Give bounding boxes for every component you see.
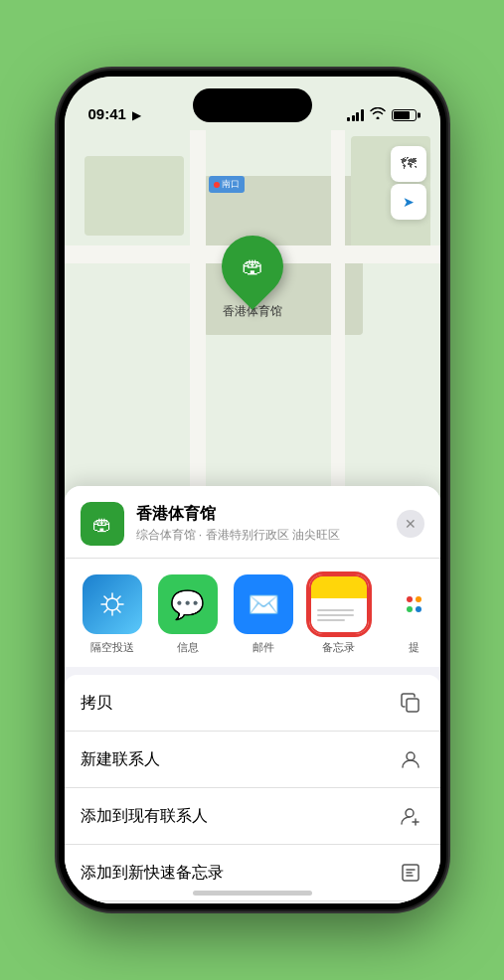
action-list: 拷贝 新建联系人 — [65, 675, 440, 903]
map-type-icon: 🗺 — [401, 155, 417, 173]
svg-point-2 — [407, 752, 415, 760]
map-controls: 🗺 ➤ — [391, 146, 426, 220]
new-contact-icon — [397, 745, 424, 773]
location-arrow-icon: ▶ — [132, 108, 141, 122]
signal-bar-2 — [352, 115, 355, 121]
wifi-icon — [370, 107, 386, 122]
action-add-existing-contact[interactable]: 添加到现有联系人 — [65, 788, 440, 845]
add-existing-label: 添加到现有联系人 — [81, 806, 208, 827]
action-copy[interactable]: 拷贝 — [65, 675, 440, 732]
phone-screen: 09:41 ▶ — [65, 77, 440, 903]
copy-icon — [397, 689, 424, 717]
close-icon: ✕ — [405, 516, 417, 532]
share-item-notes[interactable]: 备忘录 — [307, 574, 371, 655]
airdrop-icon — [83, 574, 142, 634]
more-icon — [385, 574, 440, 634]
location-button[interactable]: ➤ — [391, 184, 426, 220]
more-label: 提 — [409, 640, 420, 655]
location-venue-icon: 🏟 — [81, 502, 124, 546]
map-type-button[interactable]: 🗺 — [391, 146, 426, 182]
battery-icon — [392, 109, 417, 121]
action-new-contact[interactable]: 新建联系人 — [65, 732, 440, 788]
svg-point-3 — [406, 809, 414, 817]
signal-bar-4 — [361, 109, 364, 121]
share-item-messages[interactable]: 💬 信息 — [156, 574, 220, 655]
pin-circle: 🏟 — [209, 223, 296, 310]
venue-emoji: 🏟 — [92, 513, 112, 536]
share-item-more[interactable]: 提 — [383, 574, 440, 655]
pin-icon: 🏟 — [242, 253, 263, 279]
location-info: 香港体育馆 综合体育馆 · 香港特别行政区 油尖旺区 — [136, 504, 397, 544]
signal-bar-3 — [356, 112, 359, 121]
svg-rect-1 — [407, 699, 419, 712]
phone-frame: 09:41 ▶ — [59, 71, 446, 909]
battery-fill — [394, 111, 411, 119]
share-item-airdrop[interactable]: 隔空投送 — [81, 574, 144, 655]
close-button[interactable]: ✕ — [397, 510, 424, 538]
bottom-sheet: 🏟 香港体育馆 综合体育馆 · 香港特别行政区 油尖旺区 ✕ — [65, 486, 440, 903]
action-print[interactable]: 打印 — [65, 901, 440, 903]
share-item-mail[interactable]: ✉️ 邮件 — [232, 574, 295, 655]
signal-bar-1 — [347, 117, 350, 121]
map-label: 南口 — [209, 176, 245, 193]
share-row: 隔空投送 💬 信息 ✉️ 邮件 — [65, 559, 440, 667]
add-note-label: 添加到新快速备忘录 — [81, 863, 224, 884]
mail-label: 邮件 — [252, 640, 274, 655]
location-header: 🏟 香港体育馆 综合体育馆 · 香港特别行政区 油尖旺区 ✕ — [65, 486, 440, 559]
airdrop-label: 隔空投送 — [90, 640, 134, 655]
signal-bars — [347, 109, 364, 121]
messages-label: 信息 — [177, 640, 199, 655]
messages-icon: 💬 — [158, 574, 218, 634]
copy-label: 拷贝 — [81, 693, 112, 714]
notes-icon — [309, 574, 369, 634]
new-contact-label: 新建联系人 — [81, 749, 160, 770]
add-note-icon — [397, 859, 424, 887]
map-block-1 — [84, 156, 184, 236]
notes-label: 备忘录 — [322, 640, 355, 655]
add-existing-icon — [397, 802, 424, 830]
location-pin: 🏟 香港体育馆 — [222, 236, 283, 320]
location-arrow-icon: ➤ — [403, 194, 415, 210]
map-area[interactable]: 南口 🏟 香港体育馆 🗺 ➤ — [65, 77, 440, 554]
dynamic-island — [193, 88, 312, 122]
status-time: 09:41 — [88, 105, 126, 122]
status-icons — [347, 107, 417, 122]
location-name: 香港体育馆 — [136, 504, 397, 525]
home-indicator — [193, 891, 312, 896]
location-address: 综合体育馆 · 香港特别行政区 油尖旺区 — [136, 527, 397, 544]
mail-icon: ✉️ — [234, 574, 293, 634]
